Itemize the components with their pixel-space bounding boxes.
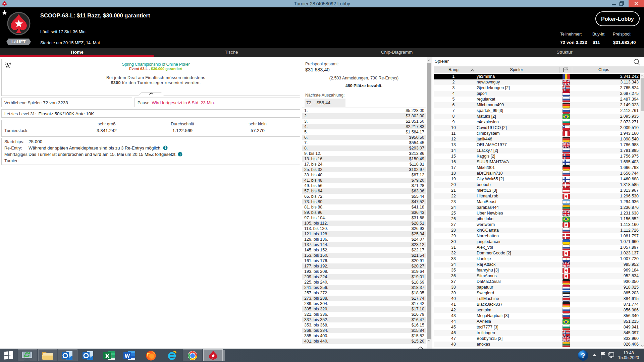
svg-text:?: ? <box>581 352 585 359</box>
